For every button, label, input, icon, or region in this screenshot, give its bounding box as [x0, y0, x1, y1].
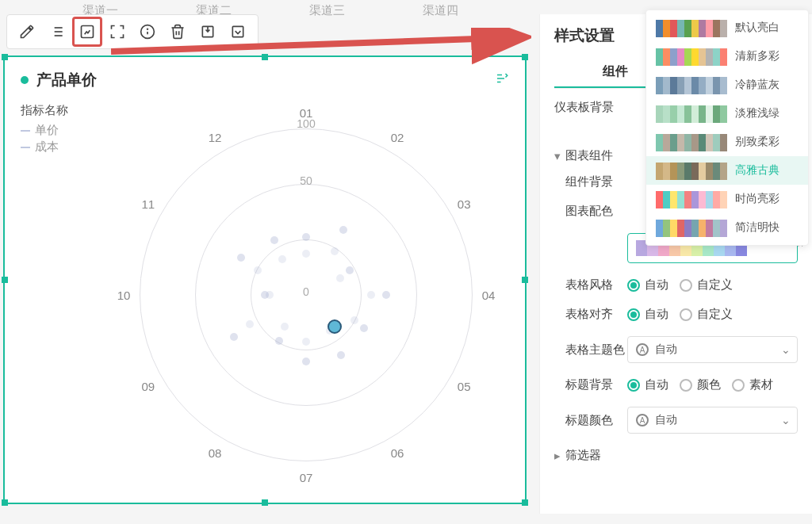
data-point[interactable]	[278, 255, 286, 263]
chevron-down-icon: ⌄	[781, 414, 791, 426]
resize-handle[interactable]	[2, 277, 8, 283]
data-point[interactable]	[237, 254, 245, 262]
palette-option[interactable]: 别致柔彩	[646, 128, 808, 156]
data-point[interactable]	[254, 266, 262, 274]
data-point[interactable]	[346, 266, 354, 274]
palette-option[interactable]: 简洁明快	[646, 213, 808, 242]
axis-label: 05	[458, 380, 471, 393]
data-point[interactable]	[382, 291, 390, 299]
axis-label: 09	[141, 380, 155, 393]
style-settings-icon[interactable]	[72, 17, 102, 47]
tab-channel-4[interactable]: 渠道四	[419, 0, 462, 21]
data-point[interactable]	[331, 247, 339, 255]
data-point[interactable]	[270, 236, 278, 244]
data-point[interactable]	[281, 323, 289, 331]
resize-handle[interactable]	[522, 499, 528, 506]
radio-color[interactable]: 颜色	[680, 377, 721, 392]
radio-custom[interactable]: 自定义	[680, 307, 733, 322]
palette-option[interactable]: 时尚亮彩	[646, 185, 808, 213]
palette-option[interactable]: 清新多彩	[646, 42, 808, 71]
resize-handle[interactable]	[2, 499, 8, 506]
row-table-theme: 表格主题色 A自动 ⌄	[554, 336, 798, 363]
list-icon[interactable]	[42, 17, 72, 47]
data-point[interactable]	[266, 291, 274, 299]
data-point[interactable]	[302, 233, 310, 241]
resize-handle[interactable]	[262, 54, 268, 60]
radio-auto[interactable]: 自动	[627, 307, 668, 322]
palette-option[interactable]: 冷静蓝灰	[646, 71, 808, 99]
chevron-down-icon: ⌄	[781, 343, 791, 356]
axis-label: 10	[117, 289, 131, 302]
filter-icon[interactable]	[495, 71, 509, 89]
data-point[interactable]	[337, 351, 345, 359]
export-icon[interactable]	[193, 17, 223, 47]
tab-channel-3[interactable]: 渠道三	[306, 0, 348, 21]
select-title-color[interactable]: A自动 ⌄	[627, 407, 798, 434]
radio-auto[interactable]: 自动	[627, 277, 668, 293]
axis-label: 01	[300, 106, 313, 120]
data-point[interactable]	[246, 320, 254, 328]
radio-custom[interactable]: 自定义	[680, 277, 733, 293]
palette-dropdown: 默认亮白清新多彩冷静蓝灰淡雅浅绿别致柔彩高雅古典时尚亮彩简洁明快	[645, 10, 809, 246]
data-point[interactable]	[360, 324, 368, 332]
svg-rect-11	[232, 26, 243, 36]
palette-option[interactable]: 默认亮白	[646, 13, 808, 42]
row-table-align: 表格对齐 自动 自定义	[554, 307, 798, 322]
panel-header: 产品单价	[5, 57, 525, 95]
resize-handle[interactable]	[522, 277, 528, 283]
row-title-bg: 标题背景 自动 颜色 素材	[554, 377, 798, 392]
data-point[interactable]	[302, 250, 310, 258]
svg-point-9	[147, 29, 148, 29]
row-table-style: 表格风格 自动 自定义	[554, 277, 798, 293]
edit-icon[interactable]	[12, 17, 42, 47]
radio-material[interactable]: 素材	[732, 377, 773, 392]
data-point[interactable]	[367, 291, 375, 299]
data-point[interactable]	[302, 338, 310, 346]
resize-handle[interactable]	[522, 54, 528, 60]
axis-label: 12	[209, 130, 222, 143]
ring-label: 50	[300, 174, 312, 187]
palette-option[interactable]: 淡雅浅绿	[646, 99, 808, 128]
info-icon[interactable]	[132, 17, 163, 47]
data-point[interactable]	[230, 333, 238, 341]
data-point[interactable]	[339, 226, 347, 234]
highlight-point[interactable]	[327, 319, 342, 334]
section-filter[interactable]: ▸筛选器	[554, 448, 798, 463]
data-point[interactable]	[275, 337, 283, 345]
axis-label: 02	[391, 130, 404, 143]
axis-label: 08	[209, 446, 222, 460]
data-point[interactable]	[302, 358, 310, 365]
resize-handle[interactable]	[262, 499, 268, 506]
fullscreen-icon[interactable]	[102, 17, 132, 47]
data-point[interactable]	[336, 274, 344, 282]
axis-label: 04	[482, 289, 496, 302]
radar-chart: 100 50 0 010203040506070809101112	[116, 105, 496, 485]
row-title-color: 标题颜色 A自动 ⌄	[554, 407, 798, 434]
axis-label: 03	[458, 197, 471, 211]
axis-label: 06	[391, 446, 404, 460]
axis-label: 07	[300, 471, 313, 484]
radio-auto[interactable]: 自动	[627, 377, 668, 392]
data-point[interactable]	[350, 316, 358, 324]
palette-option[interactable]: 高雅古典	[646, 156, 808, 185]
select-table-theme[interactable]: A自动 ⌄	[627, 336, 798, 363]
chart-panel[interactable]: 产品单价 指标名称 单价 成本 100 50 0 010203040506070…	[3, 55, 527, 504]
ring-label: 0	[303, 285, 309, 298]
axis-label: 11	[141, 197, 155, 211]
resize-handle[interactable]	[2, 54, 8, 60]
title-marker-icon	[21, 76, 29, 84]
dropdown-icon[interactable]	[223, 17, 253, 47]
panel-title: 产品单价	[36, 70, 97, 90]
trash-icon[interactable]	[163, 17, 193, 47]
component-toolbar	[6, 14, 259, 49]
